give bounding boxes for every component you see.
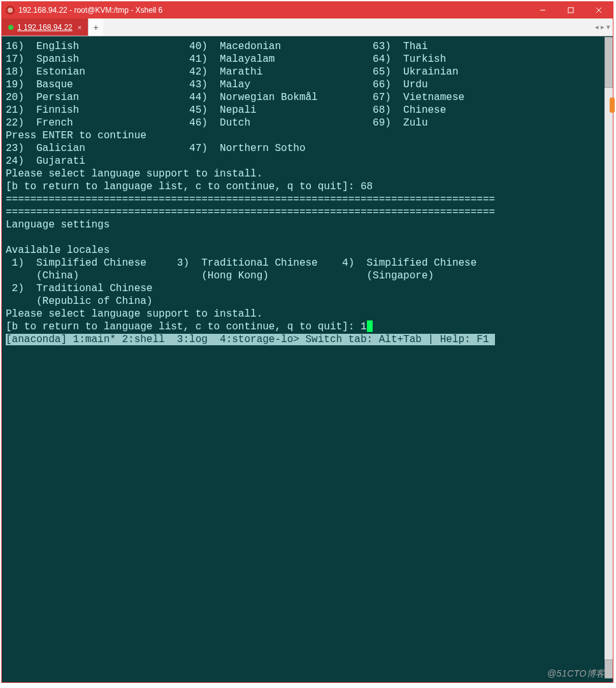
- session-tab-label: 1 192.168.94.22: [17, 23, 73, 32]
- terminal-line: 23) Galician 47) Northern Sotho: [6, 142, 610, 155]
- status-dot-icon: [8, 25, 13, 30]
- terminal-line: [6, 231, 610, 244]
- terminal-line: 18) Estonian 42) Marathi 65) Ukrainian: [6, 66, 610, 78]
- artifact-marker-icon: [610, 97, 615, 113]
- terminal-line: Press ENTER to continue: [6, 129, 610, 142]
- tab-next-icon[interactable]: ▸: [601, 23, 605, 31]
- tmux-status-line: [anaconda] 1:main* 2:shell 3:log 4:stora…: [6, 333, 610, 346]
- maximize-button[interactable]: [557, 2, 585, 18]
- watermark-text: @51CTO博客: [547, 668, 605, 680]
- window-title: 192.168.94.22 - root@KVM:/tmp - Xshell 6: [18, 6, 162, 15]
- tab-nav: ◂ ▸ ▾: [595, 18, 610, 36]
- terminal-line: 20) Persian 44) Norwegian Bokmål 67) Vie…: [6, 91, 610, 104]
- scrollbar-vertical[interactable]: [605, 37, 613, 678]
- terminal-line: ========================================…: [6, 206, 610, 219]
- scrollbar-thumb[interactable]: [605, 37, 613, 88]
- terminal-line: (Republic of China): [6, 295, 610, 308]
- svg-rect-1: [568, 8, 573, 13]
- tab-prev-icon[interactable]: ◂: [595, 23, 599, 31]
- terminal-line: 16) English 40) Macedonian 63) Thai: [6, 40, 610, 53]
- terminal-line: ========================================…: [6, 193, 610, 206]
- app-logo-icon: [6, 6, 15, 15]
- terminal-line: Language settings: [6, 219, 610, 231]
- terminal-line: 22) French 46) Dutch 69) Zulu: [6, 117, 610, 129]
- terminal-line: 19) Basque 43) Malay 66) Urdu: [6, 78, 610, 91]
- tab-menu-icon[interactable]: ▾: [606, 23, 610, 31]
- terminal-line: 17) Spanish 41) Malayalam 64) Turkish: [6, 53, 610, 66]
- terminal-line: 21) Finnish 45) Nepali 68) Chinese: [6, 104, 610, 117]
- new-tab-button[interactable]: +: [88, 18, 103, 36]
- terminal-line: 2) Traditional Chinese: [6, 282, 610, 295]
- prompt-input-value: 1: [361, 321, 367, 333]
- terminal-line: Please select language support to instal…: [6, 168, 610, 180]
- titlebar[interactable]: 192.168.94.22 - root@KVM:/tmp - Xshell 6: [2, 2, 613, 18]
- terminal-line: [b to return to language list, c to cont…: [6, 180, 610, 193]
- terminal-line: (China) (Hong Kong) (Singapore): [6, 269, 610, 282]
- terminal-line: Please select language support to instal…: [6, 308, 610, 320]
- close-button[interactable]: [585, 2, 613, 18]
- session-tab-active[interactable]: 1 192.168.94.22 ×: [2, 18, 88, 36]
- session-tab-bar: 1 192.168.94.22 × + ◂ ▸ ▾: [2, 18, 613, 36]
- terminal-output[interactable]: 16) English 40) Macedonian 63) Thai17) S…: [2, 36, 613, 682]
- tab-close-icon[interactable]: ×: [78, 24, 82, 31]
- terminal-cursor-icon: [367, 320, 373, 332]
- minimize-button[interactable]: [529, 2, 557, 18]
- terminal-line: 1) Simplified Chinese 3) Traditional Chi…: [6, 257, 610, 269]
- terminal-prompt-line: [b to return to language list, c to cont…: [6, 320, 610, 333]
- terminal-line: Available locales: [6, 244, 610, 257]
- app-window: 192.168.94.22 - root@KVM:/tmp - Xshell 6…: [1, 1, 613, 683]
- terminal-line: 24) Gujarati: [6, 155, 610, 168]
- scrollbar-thumb-bottom[interactable]: [605, 659, 613, 678]
